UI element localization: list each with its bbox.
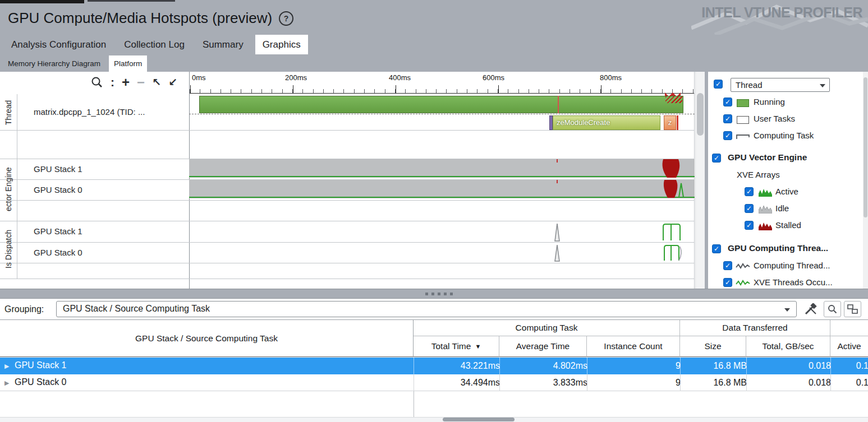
legend-label-running: Running (754, 97, 785, 106)
column-header-active[interactable]: Active (830, 336, 868, 357)
zoom-magnifier-icon[interactable] (91, 76, 103, 89)
cell-instance-count: 9 (587, 374, 685, 391)
grouping-dropdown[interactable]: GPU Stack / Source Computing Task (56, 301, 797, 317)
row-divider (0, 130, 694, 131)
legend-label-active: Active (775, 187, 798, 196)
legend-label-xve-arrays: XVE Arrays (737, 170, 780, 179)
pane-splitter[interactable] (0, 289, 868, 299)
table-horizontal-scrollbar[interactable] (0, 417, 868, 422)
xve-stack0-idle-area[interactable] (189, 180, 695, 198)
checkbox-computing-thread[interactable] (723, 261, 732, 270)
timeline-row-disp-gpu-stack-0[interactable]: GPU Stack 0 (34, 248, 82, 257)
dispatch-stack1-pulse (662, 222, 683, 242)
grouping-value: GPU Stack / Source Computing Task (63, 304, 210, 314)
group-label-vector-engine: ector Engine (2, 159, 15, 220)
thread-bar-red-hatch (665, 96, 682, 103)
xve-stack0-red-tick (557, 180, 558, 183)
legend-selector-dropdown[interactable]: Thread (731, 78, 830, 92)
task-bar-zemodulecreate[interactable]: zeModuleCreate (553, 115, 660, 130)
legend-label-idle: Idle (775, 203, 789, 213)
timeline-row-ve-gpu-stack-1[interactable]: GPU Stack 1 (34, 164, 82, 174)
checkbox-gpu-computing-threads[interactable] (712, 244, 721, 253)
timeline-row-thread[interactable]: matrix.dpcpp_1_1024 (TID: ... (34, 107, 145, 117)
legend-selector-value: Thread (736, 80, 763, 90)
xve-stack1-idle-area[interactable] (189, 159, 695, 178)
ruler-major-tick (293, 85, 293, 94)
page-title: GPU Compute/Media Hotspots (preview) (8, 10, 272, 27)
column-header-size[interactable]: Size (680, 336, 746, 357)
cell-size: 16.8 MB (680, 374, 751, 391)
ruler-baseline (189, 93, 695, 94)
horizontal-scrollbar-thumb[interactable] (443, 418, 515, 421)
ruler-tick-200ms: 200ms (285, 73, 307, 82)
grid-search-button[interactable] (824, 301, 841, 317)
zoom-in-button[interactable]: + (122, 76, 130, 89)
column-header-total-time[interactable]: Total Time ▼ (414, 336, 499, 357)
subtab-memory-hierarchy-diagram[interactable]: Memory Hierarchy Diagram (3, 55, 105, 72)
legend-label-computing-thread: Computing Thread... (754, 261, 830, 270)
expand-arrow-icon[interactable]: ▶ (4, 379, 9, 387)
task-bar-z[interactable]: z (664, 115, 676, 130)
customize-tools-icon[interactable] (803, 303, 818, 316)
group-label-dispatch: Is Dispatch (2, 220, 15, 277)
cell-average-time: 3.833ms (499, 374, 592, 391)
row-divider (0, 200, 694, 201)
tab-collection-log[interactable]: Collection Log (124, 35, 185, 54)
chevron-down-icon (784, 308, 790, 312)
timeline-row-ve-gpu-stack-0[interactable]: GPU Stack 0 (34, 185, 82, 194)
sub-tab-bar: Memory Hierarchy Diagram Platform (0, 54, 868, 72)
table-row-gpu-stack-1[interactable]: ▶ GPU Stack 1 43.221ms 4.802ms 9 16.8 MB… (0, 358, 868, 374)
table-row-gpu-stack-0[interactable]: ▶ GPU Stack 0 34.494ms 3.833ms 9 16.8 MB… (0, 374, 868, 391)
xve-stack0-active-peak (674, 181, 689, 198)
legend-label-user-tasks: User Tasks (754, 114, 795, 123)
column-header-total-gb-sec[interactable]: Total, GB/sec (746, 336, 830, 357)
legend-label-xve-threads-occupancy: XVE Threads Occu... (754, 277, 833, 287)
timeline-row-disp-gpu-stack-1[interactable]: GPU Stack 1 (34, 226, 82, 236)
zoom-out-button[interactable]: − (137, 76, 145, 89)
cell-size: 16.8 MB (680, 358, 751, 374)
row-name: GPU Stack 1 (15, 360, 66, 370)
checkbox-idle[interactable] (745, 204, 754, 213)
cell-total-time: 43.221ms (414, 358, 504, 374)
group-header-overflow (830, 320, 868, 336)
tab-summary[interactable]: Summary (203, 35, 244, 54)
tab-graphics[interactable]: Graphics (255, 35, 308, 54)
page-scrollbar-thumb[interactable] (864, 77, 867, 217)
ruler-major-tick (601, 85, 601, 94)
computing-thread-line-icon (736, 262, 750, 270)
timeline-scrollbar-thumb[interactable] (697, 93, 704, 136)
checkbox-user-tasks[interactable] (723, 114, 732, 123)
expand-arrow-icon[interactable]: ▶ (4, 363, 9, 370)
checkbox-thread[interactable] (714, 80, 723, 89)
tab-analysis-configuration[interactable]: Analysis Configuration (11, 35, 106, 54)
checkbox-stalled[interactable] (745, 221, 754, 230)
ruler-tick-0ms: 0ms (192, 73, 206, 82)
undo-zoom-icon[interactable]: ↙ (168, 76, 177, 89)
ruler-tick-800ms: 800ms (600, 73, 622, 82)
chevron-down-icon (820, 84, 825, 87)
dispatch-stack1-spike (552, 222, 562, 242)
column-header-gpu-stack-source[interactable]: GPU Stack / Source Computing Task (0, 320, 414, 357)
column-header-instance-count[interactable]: Instance Count (587, 336, 680, 357)
thread-bar-red-mark (558, 96, 559, 113)
cell-active: 0.1 (830, 358, 868, 374)
subtab-platform[interactable]: Platform (109, 55, 147, 72)
thread-running-bar[interactable] (199, 96, 683, 113)
checkbox-computing-task[interactable] (723, 131, 732, 140)
xve-stack1-stalled-spike (660, 159, 682, 178)
zoom-to-selection-icon[interactable]: ↖ (152, 76, 161, 89)
row-name: GPU Stack 0 (15, 377, 66, 387)
checkbox-running[interactable] (723, 98, 732, 106)
search-icon (828, 304, 837, 314)
group-header-data-transferred: Data Transferred (680, 320, 830, 336)
checkbox-active[interactable] (745, 187, 754, 196)
xve-stack1-active-baseline (189, 176, 695, 177)
help-icon[interactable]: ? (279, 11, 293, 26)
splitter-grip-dots (425, 293, 453, 295)
row-divider (0, 242, 694, 243)
column-header-average-time[interactable]: Average Time (499, 336, 587, 357)
task-bar-red-sliver (677, 115, 678, 130)
checkbox-xve-threads-occupancy[interactable] (723, 278, 732, 287)
checkbox-gpu-vector-engine[interactable] (712, 154, 721, 163)
pane-layout-button[interactable] (844, 301, 861, 317)
